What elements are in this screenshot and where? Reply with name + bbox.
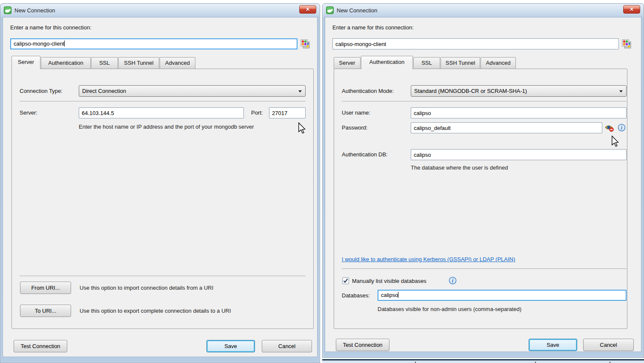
from-uri-hint: Use this option to import connection det… [80, 285, 213, 291]
password-input[interactable] [411, 122, 602, 133]
check-icon [343, 278, 349, 284]
server-address-input[interactable] [79, 107, 244, 118]
hide-password-eye-icon[interactable] [604, 124, 615, 132]
username-label: User name: [342, 109, 370, 116]
window-title: New Connection [14, 7, 55, 14]
info-icon[interactable]: i [449, 277, 457, 285]
databases-input[interactable]: calipso [378, 290, 627, 301]
chevron-down-icon [298, 90, 302, 92]
text-caret [398, 292, 398, 298]
text-caret [64, 40, 65, 46]
dialog-body: Enter a name for this connection: Server… [325, 17, 641, 352]
port-label: Port: [251, 109, 263, 116]
titlebar[interactable]: New Connection ✕ [323, 4, 644, 17]
password-label: Password: [342, 124, 368, 131]
close-icon[interactable]: ✕ [623, 5, 640, 14]
tab-authentication[interactable]: Authentication [361, 56, 413, 69]
connection-name-input[interactable] [332, 38, 619, 49]
app-icon [4, 6, 11, 14]
new-connection-dialog-authentication: New Connection ✕ Enter a name for this c… [322, 3, 644, 358]
auth-db-label: Authentication DB: [342, 151, 388, 158]
username-input[interactable] [411, 107, 627, 118]
server-label: Server: [20, 109, 37, 116]
window-title: New Connection [337, 7, 377, 14]
dialog-body: Enter a name for this connection: calips… [3, 17, 318, 357]
chevron-down-icon [619, 90, 623, 92]
info-icon[interactable]: i [618, 124, 626, 132]
tab-server[interactable]: Server [11, 56, 40, 69]
color-swatch-icon[interactable] [622, 39, 632, 49]
app-icon [326, 6, 334, 14]
screen: New Connection ✕ Enter a name for this c… [0, 0, 644, 363]
cancel-button[interactable]: Cancel [583, 339, 634, 351]
test-connection-button[interactable]: Test Connection [336, 339, 389, 351]
connection-name-label: Enter a name for this connection: [10, 24, 92, 31]
separator [342, 268, 627, 269]
separator [342, 101, 627, 101]
cancel-button[interactable]: Cancel [262, 340, 312, 352]
connection-name-label: Enter a name for this connection: [332, 24, 414, 31]
tab-server[interactable]: Server [334, 57, 361, 69]
tab-advanced[interactable]: Advanced [160, 57, 195, 69]
databases-label: Databases: [342, 292, 370, 299]
connection-type-label: Connection Type: [20, 88, 63, 94]
manually-list-databases-checkbox[interactable] [342, 277, 349, 284]
from-uri-button[interactable]: From URI... [20, 282, 71, 294]
to-uri-button[interactable]: To URI... [20, 305, 71, 317]
auth-mode-select[interactable]: Standard (MONGODB-CR or SCRAM-SHA-1) [411, 85, 627, 97]
tab-ssh-tunnel[interactable]: SSH Tunnel [441, 57, 480, 69]
separator [20, 101, 306, 101]
auth-db-hint: The database where the user is defined [411, 164, 508, 171]
tab-ssh-tunnel[interactable]: SSH Tunnel [118, 57, 159, 69]
port-input[interactable] [269, 107, 306, 118]
kerberos-ldap-link[interactable]: I would like to authenticate using Kerbe… [342, 256, 515, 262]
connection-name-input[interactable]: calipso-mongo-client [10, 38, 298, 49]
titlebar[interactable]: New Connection ✕ [0, 4, 320, 17]
mouse-cursor-icon [611, 135, 620, 147]
mouse-cursor-icon [298, 122, 306, 134]
tab-advanced[interactable]: Advanced [481, 57, 516, 69]
connection-type-select[interactable]: Direct Connection [79, 85, 306, 97]
close-icon[interactable]: ✕ [299, 5, 316, 14]
separator [20, 276, 306, 276]
to-uri-hint: Use this option to export complete conne… [80, 308, 231, 314]
tab-ssl[interactable]: SSL [91, 57, 118, 69]
color-swatch-icon[interactable] [301, 39, 310, 49]
tab-authentication[interactable]: Authentication [41, 57, 91, 69]
test-connection-button[interactable]: Test Connection [14, 340, 67, 352]
databases-hint: Databases visible for non-admin users (c… [378, 306, 521, 312]
save-button[interactable]: Save [529, 339, 577, 351]
tab-ssl[interactable]: SSL [413, 57, 440, 69]
new-connection-dialog-server: New Connection ✕ Enter a name for this c… [0, 3, 320, 363]
auth-mode-label: Authentication Mode: [342, 88, 394, 94]
save-button[interactable]: Save [206, 340, 255, 352]
manually-list-databases-label: Manually list visible databases [352, 278, 426, 284]
background-window-edge [322, 359, 644, 363]
server-hint: Enter the host name or IP address and th… [79, 124, 254, 130]
auth-db-input[interactable] [411, 149, 627, 160]
